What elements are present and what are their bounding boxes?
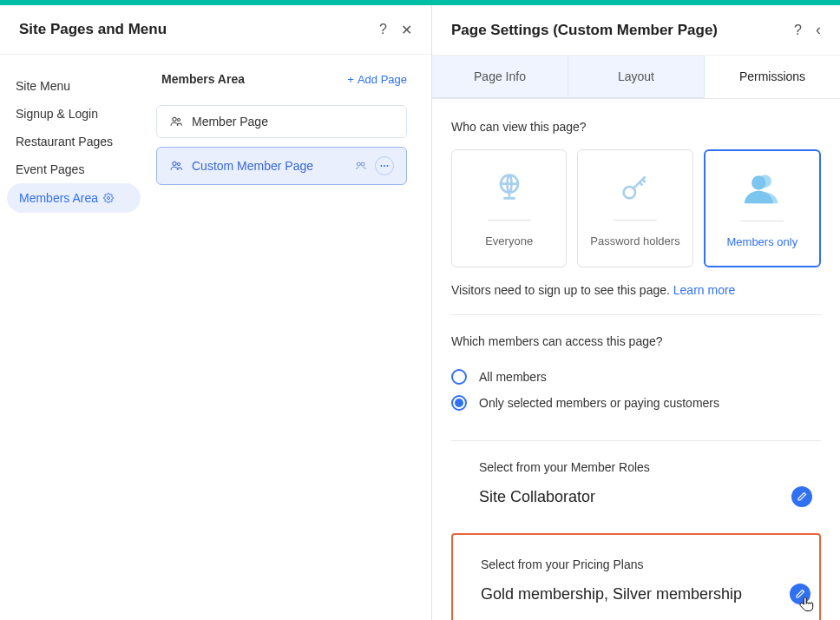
sidebar-item-restaurant-pages[interactable]: Restaurant Pages — [0, 128, 148, 155]
svg-point-1 — [173, 117, 176, 121]
roles-section-label: Select from your Member Roles — [479, 460, 812, 474]
signup-hint: Visitors need to sign up to see this pag… — [451, 283, 821, 315]
view-option-members[interactable]: Members only — [704, 149, 821, 267]
site-pages-panel: Site Pages and Menu ? ✕ Site Menu Signup… — [0, 5, 432, 620]
svg-point-13 — [751, 175, 766, 190]
svg-point-7 — [381, 165, 383, 167]
view-option-label: Members only — [727, 235, 798, 248]
pencil-icon — [795, 589, 805, 599]
which-members-label: Which members can access this page? — [451, 334, 821, 348]
edit-plans-button[interactable] — [790, 584, 810, 604]
sidebar-item-site-menu[interactable]: Site Menu — [0, 72, 148, 100]
tabs: Page Info Layout Permissions — [432, 56, 840, 99]
profile-group-icon — [169, 115, 183, 129]
tab-permissions[interactable]: Permissions — [705, 56, 840, 98]
tab-page-info[interactable]: Page Info — [432, 56, 568, 98]
help-icon[interactable]: ? — [794, 23, 802, 38]
left-panel-title: Site Pages and Menu — [19, 21, 167, 38]
right-panel-title: Page Settings (Custom Member Page) — [451, 22, 718, 39]
globe-icon — [492, 169, 527, 204]
view-option-label: Everyone — [485, 234, 533, 247]
sidebar-item-event-pages[interactable]: Event Pages — [0, 155, 148, 183]
view-option-label: Password holders — [590, 234, 679, 247]
add-page-button[interactable]: + Add Page — [347, 73, 407, 86]
page-list-title: Members Area — [161, 72, 245, 86]
more-options-button[interactable] — [375, 156, 394, 175]
who-can-view-label: Who can view this page? — [451, 120, 821, 134]
page-row-label: Member Page — [192, 115, 268, 129]
page-settings-panel: Page Settings (Custom Member Page) ? ‹ P… — [432, 5, 840, 620]
radio-indicator — [451, 369, 467, 385]
svg-point-2 — [178, 119, 180, 122]
plus-icon: + — [347, 73, 354, 86]
sidebar: Site Menu Signup & Login Restaurant Page… — [0, 55, 148, 620]
page-list: Members Area + Add Page Member Page Cust… — [148, 55, 431, 620]
back-icon[interactable]: ‹ — [816, 21, 821, 39]
radio-indicator — [451, 395, 467, 411]
svg-point-4 — [178, 163, 180, 166]
pricing-plans-highlight: Select from your Pricing Plans Gold memb… — [451, 533, 821, 620]
view-option-everyone[interactable]: Everyone — [451, 149, 567, 267]
radio-label: Only selected members or paying customer… — [479, 396, 719, 410]
page-row-member-page[interactable]: Member Page — [156, 105, 407, 138]
plans-value: Gold membership, Silver membership — [481, 585, 742, 604]
radio-label: All members — [479, 370, 547, 384]
left-panel-header: Site Pages and Menu ? ✕ — [0, 5, 431, 55]
svg-point-11 — [624, 187, 635, 198]
key-icon — [618, 169, 653, 204]
edit-roles-button[interactable] — [791, 486, 812, 507]
svg-point-5 — [357, 162, 360, 166]
svg-point-8 — [384, 165, 385, 167]
roles-value: Site Collaborator — [479, 488, 595, 506]
svg-point-6 — [361, 162, 364, 166]
page-row-custom-member-page[interactable]: Custom Member Page — [156, 147, 407, 185]
learn-more-link[interactable]: Learn more — [673, 283, 736, 297]
sidebar-item-signup-login[interactable]: Signup & Login — [0, 100, 148, 128]
radio-all-members[interactable]: All members — [451, 364, 821, 390]
gear-icon — [103, 193, 114, 203]
view-option-password[interactable]: Password holders — [577, 149, 692, 267]
tab-layout[interactable]: Layout — [568, 56, 705, 98]
plans-section-label: Select from your Pricing Plans — [481, 557, 810, 571]
members-icon — [743, 170, 781, 205]
svg-point-9 — [387, 165, 389, 167]
profile-group-icon — [169, 159, 183, 173]
page-row-label: Custom Member Page — [192, 159, 313, 173]
sidebar-item-members-area[interactable]: Members Area — [7, 183, 141, 213]
svg-point-3 — [173, 162, 176, 165]
radio-selected-members[interactable]: Only selected members or paying customer… — [451, 390, 821, 416]
help-icon[interactable]: ? — [379, 22, 387, 37]
close-icon[interactable]: ✕ — [401, 22, 412, 38]
right-panel-header: Page Settings (Custom Member Page) ? ‹ — [432, 5, 840, 56]
pencil-icon — [797, 491, 807, 502]
dots-icon — [379, 161, 390, 171]
members-badge-icon — [354, 159, 368, 173]
svg-point-0 — [108, 197, 110, 200]
